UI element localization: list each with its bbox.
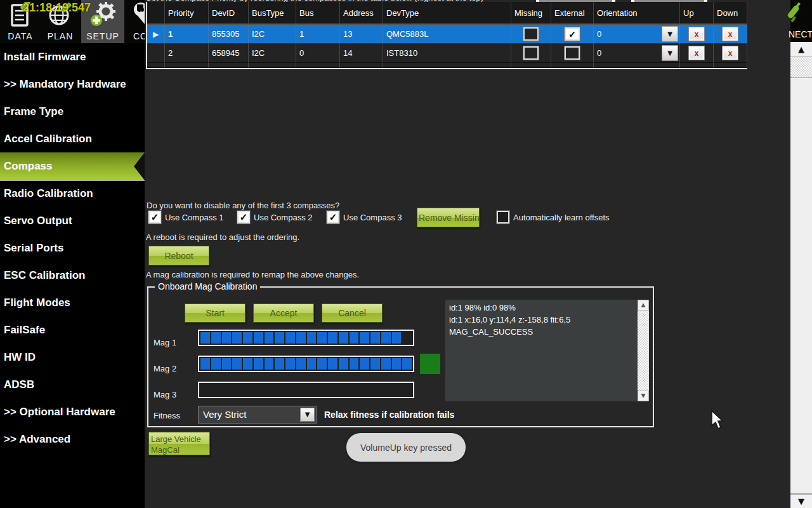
sidebar-item-radio-calibration[interactable]: Radio Calibration xyxy=(0,180,145,207)
cell-devid: 855305 xyxy=(209,25,249,44)
sidebar-item-optional-hardware[interactable]: >> Optional Hardware xyxy=(0,398,145,425)
external-checkbox[interactable]: ✓ xyxy=(565,27,580,41)
reboot-note: A reboot is required to adjust the order… xyxy=(146,232,299,242)
sidebar-item-adsb[interactable]: ADSB xyxy=(0,371,145,398)
use-compass-2-checkbox[interactable]: ✓ xyxy=(237,211,250,224)
progress-segment xyxy=(265,358,274,370)
progress-segment xyxy=(254,358,263,370)
external-checkbox[interactable] xyxy=(565,46,580,60)
cell-bus: 0 xyxy=(296,44,340,63)
magcal-log-box[interactable]: id:1 98% id:0 98% id:1 x:16,0 y:114,4 z:… xyxy=(445,300,649,401)
sidebar-item-failsafe[interactable]: FailSafe xyxy=(0,316,145,344)
sidebar-item-flight-modes[interactable]: Flight Modes xyxy=(0,289,145,316)
mag2-progressbar xyxy=(198,356,414,372)
progress-segment xyxy=(317,384,327,396)
progress-segment xyxy=(350,358,359,370)
orientation-dropdown-button[interactable]: ▼ xyxy=(662,45,678,61)
missing-checkbox[interactable] xyxy=(523,27,539,41)
row-selector-arrow: ▶ xyxy=(153,30,159,39)
magcal-cancel-button[interactable]: Cancel xyxy=(322,304,383,323)
cell-bus: 1 xyxy=(296,25,340,44)
header-devid: DevID xyxy=(209,2,249,25)
progress-segment xyxy=(275,332,284,344)
sidebar-item-accel-calibration[interactable]: Accel Calibration xyxy=(0,125,145,152)
cell-address: 14 xyxy=(340,44,383,63)
sidebar-item-frame-type[interactable]: Frame Type xyxy=(0,98,145,125)
scrollbar-thumb[interactable] xyxy=(790,77,812,494)
header-selector xyxy=(147,2,165,25)
sidebar-item-compass[interactable]: Compass xyxy=(0,152,145,180)
header-orientation: Orientation xyxy=(594,2,680,25)
sidebar-item-esc-calibration[interactable]: ESC Calibration xyxy=(0,262,145,289)
header-priority: Priority xyxy=(165,2,209,25)
scroll-down-button[interactable]: ▼ xyxy=(790,494,812,508)
sidebar-item-mandatory-hardware[interactable]: >> Mandatory Hardware xyxy=(0,70,145,98)
priority-down-button[interactable]: x xyxy=(722,27,738,41)
sidebar-item-advanced[interactable]: >> Advanced xyxy=(0,425,145,453)
progress-segment xyxy=(381,384,391,396)
progress-segment xyxy=(370,332,380,344)
remove-missing-button[interactable]: Remove Missing xyxy=(417,208,480,227)
progress-segment xyxy=(402,358,412,370)
large-vehicle-magcal-button[interactable]: Large Vehicle MagCal xyxy=(148,432,210,455)
use-compass-3-checkbox[interactable]: ✓ xyxy=(327,211,339,224)
progress-segment xyxy=(339,384,348,396)
cell-priority: 1 xyxy=(165,25,209,44)
log-line: MAG_CAL_SUCCESS xyxy=(449,326,635,338)
progress-segment xyxy=(200,358,210,370)
progress-segment xyxy=(232,384,242,396)
log-scroll-up-button[interactable]: ▲ xyxy=(638,300,649,311)
progress-segment xyxy=(392,384,402,396)
reboot-button[interactable]: Reboot xyxy=(148,246,209,265)
sidebar-item-install-firmware[interactable]: Install Firmware xyxy=(0,43,145,70)
connect-icon[interactable] xyxy=(784,1,803,30)
priority-down-button[interactable]: x xyxy=(722,46,738,60)
use-compass-2: ✓ Use Compass 2 xyxy=(237,211,312,224)
progress-segment xyxy=(350,384,359,396)
progress-segment xyxy=(360,384,369,396)
progress-segment xyxy=(285,384,295,396)
header-bustype: BusType xyxy=(249,2,296,25)
header-devtype: DevType xyxy=(383,2,511,25)
fitness-value: Very Strict xyxy=(203,409,246,420)
auto-learn-checkbox[interactable] xyxy=(497,211,509,224)
header-address: Address xyxy=(340,2,383,25)
priority-up-button[interactable]: x xyxy=(688,27,705,41)
log-scrollbar[interactable]: ▲ ▼ xyxy=(638,300,649,401)
progress-segment xyxy=(392,358,402,370)
header-missing: Missing xyxy=(511,2,551,25)
scroll-up-button[interactable]: ▲ xyxy=(790,42,812,57)
progress-segment xyxy=(339,358,348,370)
setup-sidebar: Install Firmware >> Mandatory Hardware F… xyxy=(0,43,145,508)
connect-label-fragment[interactable]: NECT xyxy=(789,29,812,39)
magcal-accept-button[interactable]: Accept xyxy=(253,304,314,323)
sidebar-item-serial-ports[interactable]: Serial Ports xyxy=(0,234,145,262)
cell-devtype: IST8310 xyxy=(383,44,511,63)
page-scrollbar[interactable]: ▲ ▼ xyxy=(790,42,812,508)
cell-bustype: I2C xyxy=(249,25,296,44)
cell-orientation: 0 ▼ xyxy=(594,25,680,44)
fitness-select[interactable]: Very Strict ▼ xyxy=(198,406,317,424)
fitness-dropdown-button[interactable]: ▼ xyxy=(300,408,315,422)
priority-up-button[interactable]: x xyxy=(688,46,705,60)
progress-segment xyxy=(222,332,232,344)
progress-segment xyxy=(307,384,317,396)
log-scroll-down-button[interactable]: ▼ xyxy=(638,391,649,401)
progress-segment xyxy=(328,384,337,396)
sidebar-item-servo-output[interactable]: Servo Output xyxy=(0,207,145,234)
sidebar-item-hw-id[interactable]: HW ID xyxy=(0,344,145,371)
table-row[interactable]: ▶ 1 855305 I2C 1 13 QMC5883L ✓ 0 ▼ x x xyxy=(147,25,747,44)
progress-segment xyxy=(296,384,306,396)
fitness-label: Fitness xyxy=(154,411,180,420)
cell-devid: 658945 xyxy=(209,44,249,63)
progress-segment xyxy=(328,358,337,370)
magcal-start-button[interactable]: Start xyxy=(185,304,246,323)
missing-checkbox[interactable] xyxy=(523,46,539,60)
use-compass-1-checkbox[interactable]: ✓ xyxy=(148,211,161,224)
table-row[interactable]: 2 658945 I2C 0 14 IST8310 0 ▼ x x xyxy=(147,44,747,63)
progress-segment xyxy=(392,332,402,344)
relax-fitness-note: Relax fitness if calibration fails xyxy=(324,410,454,420)
progress-segment xyxy=(350,332,359,344)
orientation-dropdown-button[interactable]: ▼ xyxy=(662,26,678,42)
progress-segment xyxy=(265,384,274,396)
